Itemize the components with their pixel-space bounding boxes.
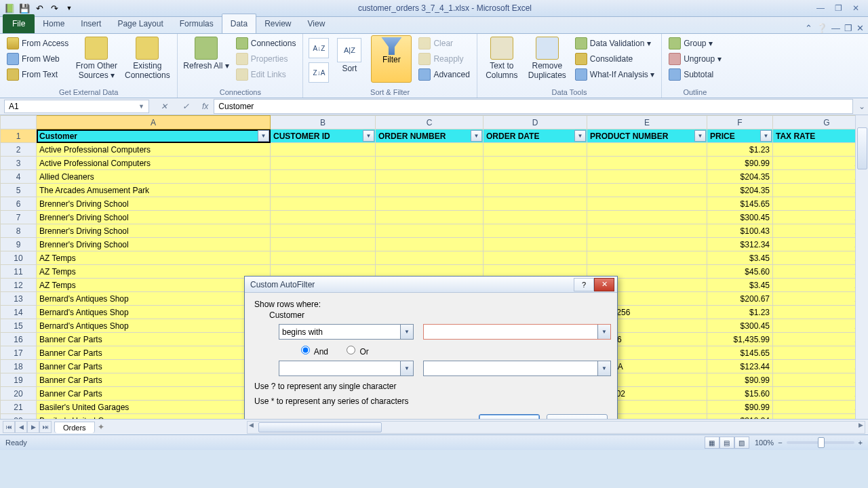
cell[interactable] bbox=[587, 197, 707, 211]
cell[interactable]: 19.0% bbox=[773, 211, 869, 224]
cell[interactable]: 19.0% bbox=[773, 251, 869, 265]
cell[interactable] bbox=[587, 251, 707, 265]
remove-duplicates-button[interactable]: Remove Duplicates bbox=[526, 35, 568, 81]
cell[interactable] bbox=[376, 184, 484, 197]
cell[interactable] bbox=[587, 238, 707, 251]
select-all-corner[interactable] bbox=[1, 116, 37, 129]
hscroll-thumb[interactable] bbox=[258, 422, 382, 432]
cell[interactable] bbox=[271, 251, 376, 265]
column-header[interactable]: E bbox=[587, 116, 707, 129]
cell[interactable] bbox=[271, 238, 376, 251]
cell[interactable]: 19.0% bbox=[773, 184, 869, 197]
or-radio[interactable]: Or bbox=[343, 344, 369, 357]
cell[interactable]: $100.43 bbox=[707, 224, 773, 238]
row-header[interactable]: 20 bbox=[1, 387, 37, 401]
subtotal-button[interactable]: Subtotal bbox=[667, 68, 722, 81]
cell[interactable]: Banner Car Parts bbox=[37, 346, 271, 360]
what-if-button[interactable]: What-If Analysis ▾ bbox=[574, 68, 656, 81]
cell[interactable]: $1.23 bbox=[707, 306, 773, 319]
sheet-tab-orders[interactable]: Orders bbox=[54, 422, 95, 433]
row-header[interactable]: 8 bbox=[1, 224, 37, 238]
fx-icon[interactable]: fx bbox=[202, 102, 208, 111]
row-header[interactable]: 15 bbox=[1, 319, 37, 333]
cell[interactable]: Banner Car Parts bbox=[37, 360, 271, 373]
cell[interactable]: 19.0% bbox=[773, 401, 869, 414]
page-break-view-button[interactable]: ▧ bbox=[734, 436, 749, 449]
close-button[interactable]: ✕ bbox=[849, 2, 863, 14]
doc-restore-icon[interactable]: ❐ bbox=[844, 23, 852, 33]
row-header[interactable]: 11 bbox=[1, 265, 37, 279]
cell[interactable] bbox=[484, 170, 587, 184]
cell[interactable]: Basiler's United Garages bbox=[37, 401, 271, 414]
filter-dropdown-icon[interactable]: ▼ bbox=[471, 130, 482, 142]
cell[interactable] bbox=[376, 251, 484, 265]
cell[interactable]: $145.65 bbox=[707, 346, 773, 360]
cell[interactable]: $3.45 bbox=[707, 279, 773, 292]
cell[interactable]: Bernard's Antiques Shop bbox=[37, 292, 271, 306]
advanced-button[interactable]: Advanced bbox=[417, 68, 471, 81]
from-other-sources-button[interactable]: From Other Sources ▾ bbox=[75, 35, 117, 81]
cell[interactable]: $145.65 bbox=[707, 197, 773, 211]
tab-home[interactable]: Home bbox=[35, 14, 73, 33]
criteria2-operator-combo[interactable]: ▼ bbox=[279, 361, 414, 376]
cell[interactable] bbox=[376, 211, 484, 224]
cell[interactable] bbox=[376, 157, 484, 170]
cell[interactable] bbox=[484, 224, 587, 238]
help-icon[interactable]: ❔ bbox=[816, 23, 827, 33]
dialog-titlebar[interactable]: Custom AutoFilter ? ✕ bbox=[245, 277, 617, 293]
filter-dropdown-icon[interactable]: ▼ bbox=[574, 130, 586, 142]
cell[interactable]: Bernard's Antiques Shop bbox=[37, 306, 271, 319]
cell[interactable]: $204.35 bbox=[707, 184, 773, 197]
cell[interactable] bbox=[484, 143, 587, 157]
cell[interactable]: $300.45 bbox=[707, 211, 773, 224]
cell[interactable]: $1,435.99 bbox=[707, 333, 773, 346]
row-header[interactable]: 18 bbox=[1, 360, 37, 373]
cell[interactable] bbox=[484, 157, 587, 170]
column-header[interactable]: C bbox=[376, 116, 484, 129]
cell[interactable] bbox=[484, 238, 587, 251]
filter-dropdown-icon[interactable]: ▼ bbox=[363, 130, 374, 142]
data-validation-button[interactable]: Data Validation ▾ bbox=[574, 37, 656, 50]
from-access-button[interactable]: From Access bbox=[5, 37, 70, 50]
row-header[interactable]: 6 bbox=[1, 197, 37, 211]
row-header[interactable]: 9 bbox=[1, 238, 37, 251]
existing-connections-button[interactable]: Existing Connections bbox=[123, 35, 172, 81]
tab-insert[interactable]: Insert bbox=[73, 14, 109, 33]
dialog-close-button[interactable]: ✕ bbox=[594, 278, 614, 291]
tab-file[interactable]: File bbox=[3, 14, 35, 33]
cell[interactable]: Banner Car Parts bbox=[37, 387, 271, 401]
cell[interactable]: $90.99 bbox=[707, 157, 773, 170]
column-header[interactable]: B bbox=[271, 116, 376, 129]
group-button[interactable]: Group ▾ bbox=[667, 37, 722, 50]
cell[interactable]: Active Professional Computers bbox=[37, 143, 271, 157]
column-header[interactable]: A bbox=[37, 116, 271, 129]
row-header[interactable]: 19 bbox=[1, 373, 37, 387]
cell[interactable] bbox=[271, 211, 376, 224]
excel-icon[interactable]: 📗 bbox=[3, 1, 16, 15]
cell[interactable]: Brenner's Driving School bbox=[37, 238, 271, 251]
criteria2-value-combo[interactable]: ▼ bbox=[423, 361, 611, 376]
cell[interactable]: 19.0% bbox=[773, 373, 869, 387]
row-header[interactable]: 12 bbox=[1, 279, 37, 292]
undo-icon[interactable]: ↶ bbox=[33, 1, 46, 15]
cell[interactable]: Brenner's Driving School bbox=[37, 197, 271, 211]
cell[interactable]: $15.60 bbox=[707, 387, 773, 401]
column-header[interactable]: D bbox=[484, 116, 587, 129]
cell[interactable]: $123.44 bbox=[707, 360, 773, 373]
refresh-all-button[interactable]: Refresh All ▾ bbox=[183, 35, 229, 81]
cancel-button[interactable]: Cancel bbox=[547, 414, 608, 419]
ok-button[interactable]: OK bbox=[479, 414, 540, 419]
cell[interactable]: $3.45 bbox=[707, 251, 773, 265]
cell[interactable]: 19.0% bbox=[773, 319, 869, 333]
cell[interactable]: Banner Car Parts bbox=[37, 333, 271, 346]
row-header[interactable]: 14 bbox=[1, 306, 37, 319]
chevron-down-icon[interactable]: ▼ bbox=[400, 361, 413, 375]
cell[interactable]: 19.0% bbox=[773, 414, 869, 420]
row-header[interactable]: 1 bbox=[1, 129, 37, 143]
restore-button[interactable]: ❐ bbox=[831, 2, 845, 14]
filter-header-cell[interactable]: ORDER DATE▼ bbox=[484, 129, 587, 143]
cell[interactable]: The Arcades Amusement Park bbox=[37, 184, 271, 197]
tab-page-layout[interactable]: Page Layout bbox=[109, 14, 171, 33]
filter-header-cell[interactable]: PRODUCT NUMBER▼ bbox=[587, 129, 707, 143]
zoom-in-button[interactable]: + bbox=[859, 439, 863, 447]
